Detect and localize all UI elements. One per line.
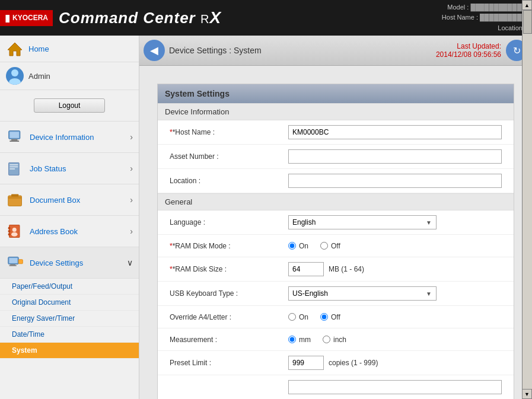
ram-disk-size-control: MB (1 - 64) bbox=[288, 262, 502, 276]
device-information-label: Device Information bbox=[30, 133, 130, 142]
override-off-label[interactable]: Off bbox=[320, 313, 340, 321]
model-line: Model : ████████████ bbox=[442, 2, 526, 13]
preset-limit-input[interactable] bbox=[288, 356, 324, 370]
sub-nav-paper-feed-output[interactable]: Paper/Feed/Output bbox=[0, 279, 139, 295]
back-button[interactable]: ◀ bbox=[144, 40, 165, 61]
job-status-label: Job Status bbox=[30, 164, 130, 173]
ram-disk-mode-off-label[interactable]: Off bbox=[320, 242, 340, 250]
host-name-row: **Host Name : bbox=[158, 120, 514, 145]
preset-limit-label: Preset Limit : bbox=[170, 359, 288, 367]
measurement-row: Measurement : mm inch bbox=[158, 328, 514, 351]
ram-disk-mode-control: On Off bbox=[288, 242, 502, 250]
app-header: ▮ KYOCERA Command Center RX Model : ████… bbox=[0, 0, 532, 36]
svg-point-2 bbox=[9, 78, 21, 85]
override-a4-letter-row: Override A4/Letter : On Off bbox=[158, 306, 514, 328]
svg-marker-0 bbox=[8, 43, 22, 56]
measurement-mm-label[interactable]: mm bbox=[288, 336, 311, 344]
override-a4-letter-label: Override A4/Letter : bbox=[170, 313, 288, 321]
sidebar-item-device-settings[interactable]: Device Settings ∨ bbox=[0, 247, 139, 279]
usb-keyboard-select[interactable]: US-English UK-English German French bbox=[288, 286, 437, 301]
breadcrumb: Device Settings : System bbox=[169, 46, 436, 55]
extra-input[interactable] bbox=[288, 380, 502, 394]
ram-disk-mode-off-radio[interactable] bbox=[320, 242, 328, 250]
settings-area: System Settings Device Information **Hos… bbox=[139, 66, 532, 399]
sidebar-home[interactable]: Home bbox=[0, 36, 139, 62]
svg-rect-23 bbox=[9, 265, 17, 266]
hostname-line: Host Name : ██████████ bbox=[442, 12, 526, 23]
location-input[interactable] bbox=[288, 174, 502, 188]
sidebar: Home Admin Logout bbox=[0, 36, 139, 399]
scrollbar-up-button[interactable]: ▲ bbox=[522, 0, 532, 10]
override-on-radio[interactable] bbox=[288, 313, 296, 321]
sub-nav-date-time[interactable]: Date/Time bbox=[0, 327, 139, 343]
language-row: Language : English Japanese French Germa… bbox=[158, 210, 514, 235]
sub-nav-system[interactable]: System bbox=[0, 343, 139, 359]
ram-disk-size-input[interactable] bbox=[288, 262, 324, 276]
svg-rect-10 bbox=[9, 168, 15, 170]
host-name-input[interactable] bbox=[288, 125, 502, 139]
sidebar-item-document-box[interactable]: Document Box › bbox=[0, 184, 139, 216]
svg-rect-5 bbox=[11, 139, 18, 141]
svg-rect-24 bbox=[18, 260, 23, 264]
usb-keyboard-type-row: USB Keyboard Type : US-English UK-Englis… bbox=[158, 282, 514, 306]
device-information-arrow: › bbox=[130, 132, 133, 142]
device-settings-icon bbox=[6, 253, 25, 272]
preset-limit-unit: copies (1 - 999) bbox=[329, 359, 378, 367]
svg-point-1 bbox=[11, 69, 18, 76]
last-updated: Last Updated: 2014/12/08 09:56:56 bbox=[436, 42, 501, 59]
override-on-label[interactable]: On bbox=[288, 313, 308, 321]
svg-rect-17 bbox=[8, 234, 11, 236]
svg-rect-16 bbox=[8, 230, 11, 232]
host-name-control bbox=[288, 125, 502, 139]
settings-body: Device Information **Host Name : Asset N… bbox=[158, 103, 514, 399]
asset-number-input[interactable] bbox=[288, 149, 502, 164]
measurement-control: mm inch bbox=[288, 336, 502, 344]
sub-nav-original-document[interactable]: Original Document bbox=[0, 295, 139, 311]
home-link[interactable]: Home bbox=[28, 44, 49, 53]
device-settings-label: Device Settings bbox=[30, 258, 127, 267]
svg-rect-8 bbox=[9, 164, 18, 165]
settings-title: System Settings bbox=[158, 84, 514, 103]
svg-point-18 bbox=[12, 228, 17, 232]
measurement-inch-label[interactable]: inch bbox=[323, 336, 346, 344]
ram-disk-size-unit: MB (1 - 64) bbox=[329, 265, 364, 273]
override-off-radio[interactable] bbox=[320, 313, 328, 321]
usb-keyboard-type-control: US-English UK-English German French bbox=[288, 286, 502, 301]
svg-rect-12 bbox=[8, 197, 22, 199]
ram-disk-mode-row: **RAM Disk Mode : On Off bbox=[158, 235, 514, 257]
language-control: English Japanese French German Spanish bbox=[288, 215, 502, 229]
settings-panel: System Settings Device Information **Hos… bbox=[157, 84, 514, 399]
measurement-label: Measurement : bbox=[170, 336, 288, 344]
sidebar-item-device-information[interactable]: Device Information › bbox=[0, 122, 139, 153]
location-control bbox=[288, 174, 502, 188]
device-information-section: Device Information bbox=[158, 103, 514, 120]
measurement-inch-radio[interactable] bbox=[323, 336, 330, 343]
asset-number-control bbox=[288, 149, 502, 164]
scrollbar-thumb[interactable] bbox=[523, 10, 532, 34]
measurement-mm-radio[interactable] bbox=[288, 336, 296, 343]
language-select[interactable]: English Japanese French German Spanish bbox=[288, 215, 437, 229]
address-book-arrow: › bbox=[130, 226, 133, 236]
extra-row bbox=[158, 375, 514, 399]
address-book-icon bbox=[6, 222, 25, 241]
document-box-icon bbox=[6, 190, 25, 209]
ram-disk-mode-on-radio[interactable] bbox=[288, 242, 296, 250]
general-section: General bbox=[158, 193, 514, 210]
usb-keyboard-type-label: USB Keyboard Type : bbox=[170, 289, 288, 298]
sidebar-item-job-status[interactable]: Job Status › bbox=[0, 153, 139, 184]
job-status-arrow: › bbox=[130, 164, 133, 173]
device-settings-arrow: ∨ bbox=[127, 258, 133, 267]
content-header: ◀ Device Settings : System Last Updated:… bbox=[139, 36, 532, 66]
scrollbar-track: ▲ ▼ bbox=[522, 0, 532, 399]
location-row: Location : bbox=[158, 169, 514, 193]
asset-number-label: Asset Number : bbox=[170, 152, 288, 161]
scrollbar-down-button[interactable]: ▼ bbox=[522, 389, 532, 399]
ram-disk-mode-on-label[interactable]: On bbox=[288, 242, 308, 250]
device-info-header: Model : ████████████ Host Name : ███████… bbox=[442, 2, 526, 34]
sub-nav-energy-saver-timer[interactable]: Energy Saver/Timer bbox=[0, 311, 139, 327]
sidebar-item-address-book[interactable]: Address Book › bbox=[0, 216, 139, 247]
logout-button[interactable]: Logout bbox=[34, 98, 105, 113]
ram-disk-size-label: **RAM Disk Size : bbox=[170, 265, 288, 273]
svg-rect-21 bbox=[9, 258, 18, 263]
preset-limit-control: copies (1 - 999) bbox=[288, 356, 502, 370]
